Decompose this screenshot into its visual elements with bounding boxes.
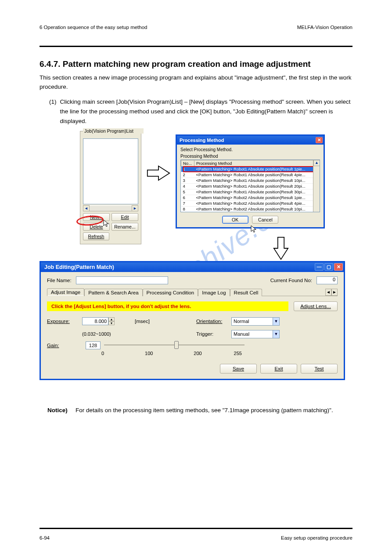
edit-button[interactable]: Edit bbox=[111, 213, 138, 221]
job-list-box[interactable] bbox=[83, 138, 138, 204]
table-row[interactable]: 4<Pattern Matching> Robot1 Absolute posi… bbox=[181, 183, 320, 189]
page-number: 6-94 bbox=[40, 535, 50, 540]
save-button[interactable]: Save bbox=[220, 364, 257, 374]
cursor-icon bbox=[250, 225, 258, 233]
file-name-label: File Name: bbox=[47, 278, 72, 283]
pm-group-label: Processing Method bbox=[180, 154, 320, 159]
rename-button[interactable]: Rename... bbox=[111, 223, 138, 231]
pm-subtitle: Select Processing Method. bbox=[180, 147, 320, 152]
chevron-up-icon[interactable]: ▲ bbox=[108, 317, 115, 321]
processing-method-dialog: Processing Method ✕ Select Processing Me… bbox=[176, 134, 325, 229]
orientation-label: Orientation: bbox=[196, 319, 222, 324]
ok-button[interactable]: OK bbox=[222, 216, 248, 224]
scroll-left-icon[interactable]: ◄ bbox=[83, 205, 90, 211]
tab-pattern-search[interactable]: Pattern & Search Area bbox=[84, 289, 142, 296]
close-icon[interactable]: ✕ bbox=[334, 263, 343, 271]
notice-label: Notice) bbox=[40, 407, 71, 414]
vscrollbar[interactable]: ▲ bbox=[313, 160, 320, 212]
table-row[interactable]: 3<Pattern Matching> Robot1 Absolute posi… bbox=[181, 178, 320, 183]
table-row[interactable]: 7<Pattern Matching> Robot2 Absolute posi… bbox=[181, 200, 320, 206]
exposure-unit: [msec] bbox=[135, 319, 170, 324]
job-editing-window: Job Editing(Pattern Match) — ▢ ✕ File Na… bbox=[40, 261, 345, 380]
pm-col-no[interactable]: No... bbox=[181, 160, 194, 166]
pm-col-method[interactable]: Processing Method bbox=[194, 160, 320, 166]
cancel-button[interactable]: Cancel bbox=[252, 216, 278, 224]
chevron-down-icon[interactable]: ▼ bbox=[273, 330, 279, 338]
gain-tick-labels: 0 100 200 255 bbox=[101, 351, 242, 356]
tab-processing-cond[interactable]: Processing Condition bbox=[143, 289, 198, 296]
job-list-title: Job(Vision Program)List bbox=[83, 128, 144, 134]
tab-image-log[interactable]: Image Log bbox=[198, 289, 230, 296]
gain-slider[interactable] bbox=[104, 340, 245, 351]
info-banner: Click the [Adjust Lens] button, if you d… bbox=[47, 301, 288, 311]
table-row[interactable]: 8<Pattern Matching> Robot2 Absolute posi… bbox=[181, 206, 320, 212]
section-intro: This section creates a new image process… bbox=[40, 73, 352, 92]
tab-adjust-image[interactable]: Adjust Image bbox=[47, 288, 84, 296]
test-button[interactable]: Test bbox=[301, 364, 338, 374]
refresh-button[interactable]: Refresh bbox=[83, 232, 109, 240]
table-row[interactable]: 5<Pattern Matching> Robot1 Absolute posi… bbox=[181, 189, 320, 195]
tab-scroll-left-icon[interactable]: ◄ bbox=[325, 289, 331, 296]
hscrollbar[interactable]: ◄ ► bbox=[83, 205, 138, 211]
tab-scroll-right-icon[interactable]: ► bbox=[331, 289, 338, 296]
job-list-panel: Job(Vision Program)List ◄ ► New... Edit … bbox=[80, 131, 141, 244]
table-row[interactable]: 1<Pattern Matching> Robot1 Absolute posi… bbox=[181, 166, 320, 172]
orientation-dropdown[interactable]: Normal▼ bbox=[231, 317, 280, 326]
current-found-field: 0 bbox=[316, 276, 338, 284]
adjust-lens-button[interactable]: Adjust Lens... bbox=[294, 301, 338, 311]
minimize-icon[interactable]: — bbox=[315, 263, 324, 271]
chevron-down-icon[interactable]: ▼ bbox=[108, 321, 115, 325]
flow-arrow-down-icon bbox=[272, 236, 290, 260]
pm-title: Processing Method bbox=[180, 138, 224, 143]
step-text: Clicking main screen [Job(Vision Program… bbox=[60, 97, 353, 127]
scroll-right-icon[interactable]: ► bbox=[132, 205, 138, 211]
step-number: (1) bbox=[49, 97, 57, 127]
chevron-down-icon[interactable]: ▼ bbox=[273, 318, 279, 325]
table-row[interactable]: 2<Pattern Matching> Robot1 Absolute posi… bbox=[181, 172, 320, 178]
trigger-dropdown[interactable]: Manual▼ bbox=[231, 330, 280, 338]
trigger-label: Trigger: bbox=[196, 331, 213, 337]
file-name-field[interactable] bbox=[76, 276, 168, 284]
footer-title: Easy setup operating procedure bbox=[281, 535, 352, 540]
exposure-spinner[interactable]: 8.000 ▲▼ bbox=[82, 317, 135, 325]
section-title: 6.4.7. Pattern matching new program crea… bbox=[40, 59, 352, 69]
je-title: Job Editing(Pattern Match) bbox=[44, 264, 114, 270]
scroll-up-icon[interactable]: ▲ bbox=[313, 160, 320, 166]
gain-value[interactable]: 128 bbox=[86, 341, 101, 349]
current-found-label: Current Found No: bbox=[270, 278, 312, 283]
header-title: MELFA-Vision Operation bbox=[297, 25, 352, 30]
notice-text: For details on the processing item setti… bbox=[76, 407, 352, 414]
maximize-icon[interactable]: ▢ bbox=[324, 263, 333, 271]
cursor-icon bbox=[102, 219, 110, 227]
tab-row: Adjust Image Pattern & Search Area Proce… bbox=[47, 288, 338, 296]
tab-result-cell[interactable]: Result Cell bbox=[230, 289, 263, 296]
header-rule bbox=[40, 46, 352, 47]
header-chapter: 6 Operation sequence of the easy setup m… bbox=[40, 25, 147, 30]
exposure-range: (0.032~1000) bbox=[82, 331, 170, 337]
gain-label: Gain: bbox=[47, 343, 59, 348]
table-row[interactable]: 6<Pattern Matching> Robot2 Absolute posi… bbox=[181, 195, 320, 200]
close-icon[interactable]: ✕ bbox=[316, 137, 323, 143]
flow-arrow-right-icon bbox=[147, 164, 170, 182]
exit-button[interactable]: Exit bbox=[260, 364, 297, 374]
pm-table[interactable]: No... Processing Method 1<Pattern Matchi… bbox=[181, 160, 320, 212]
exposure-label: Exposure: bbox=[47, 319, 70, 324]
